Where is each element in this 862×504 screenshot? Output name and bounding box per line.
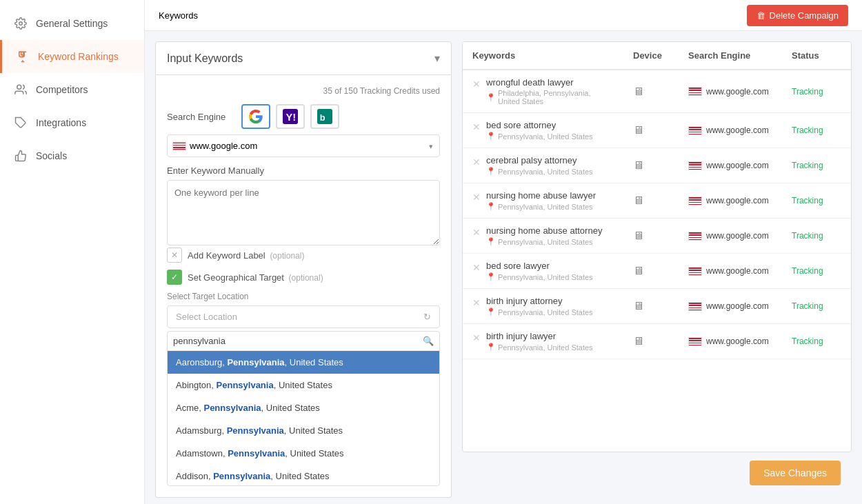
desktop-icon: 🖥	[633, 194, 644, 206]
keyword-location: 📍 Philadelphia, Pennsylvania, United Sta…	[486, 89, 614, 105]
bing-engine-button[interactable]: b	[310, 104, 339, 129]
remove-keyword-icon[interactable]: ✕	[472, 297, 481, 308]
flag-icon	[688, 267, 702, 276]
device-cell: 🖥	[623, 188, 679, 214]
dropdown-item-2[interactable]: Acme, Pennsylvania, United States	[168, 396, 439, 419]
engine-cell: www.google.com	[679, 154, 782, 177]
device-cell: 🖥	[623, 79, 679, 105]
keyword-textarea[interactable]	[167, 180, 440, 245]
location-search-input[interactable]	[173, 336, 419, 346]
sidebar-item-integrations[interactable]: Integrations	[0, 106, 144, 139]
gear-icon	[14, 17, 28, 30]
engine-cell: www.google.com	[679, 224, 782, 248]
keyword-location: 📍 Pennsylvania, United States	[486, 237, 602, 246]
sidebar-item-general-settings[interactable]: General Settings	[0, 7, 144, 40]
status-cell: Tracking	[782, 189, 851, 212]
svg-text:Y!: Y!	[286, 112, 297, 123]
flag-icon	[688, 337, 702, 346]
add-keyword-label-row: ✕ Add Keyword Label (optional)	[167, 248, 440, 263]
chevron-down-icon: ▾	[434, 52, 440, 65]
table-row: ✕ nursing home abuse attorney 📍 Pennsylv…	[463, 219, 851, 254]
remove-keyword-icon[interactable]: ✕	[472, 227, 481, 238]
device-cell: 🖥	[623, 328, 679, 354]
location-select-cursor-icon: ↻	[423, 312, 431, 322]
sidebar-item-label: Competitors	[36, 84, 88, 95]
keyword-cell: ✕ wrongful death lawyer 📍 Philadelphia, …	[463, 70, 623, 112]
remove-keyword-icon[interactable]: ✕	[472, 332, 481, 343]
content-area: Input Keywords ▾ 35 of 150 Tracking Cred…	[145, 31, 862, 504]
sidebar-item-socials[interactable]: Socials	[0, 139, 144, 172]
yahoo-engine-button[interactable]: Y!	[276, 104, 305, 129]
keyword-cell: ✕ nursing home abuse attorney 📍 Pennsylv…	[463, 219, 623, 253]
engine-cell: www.google.com	[679, 119, 782, 142]
dropdown-item-0[interactable]: Aaronsburg, Pennsylvania, United States	[168, 351, 439, 374]
dropdown-item-5[interactable]: Addison, Pennsylvania, United States	[168, 465, 439, 485]
sidebar-item-label: General Settings	[36, 18, 108, 29]
desktop-icon: 🖥	[633, 159, 644, 171]
keyword-name: nursing home abuse attorney	[486, 225, 602, 236]
bottom-actions: Save Changes	[462, 452, 852, 494]
keyword-location: 📍 Pennsylvania, United States	[486, 167, 593, 176]
enter-keyword-label: Enter Keyword Manually	[167, 165, 440, 176]
keyword-name: nursing home abuse lawyer	[486, 190, 596, 201]
add-keyword-label-toggle[interactable]: ✕	[167, 248, 182, 263]
desktop-icon: 🖥	[633, 124, 644, 136]
desktop-icon: 🖥	[633, 85, 644, 97]
keyword-name: birth injury lawyer	[486, 331, 593, 341]
remove-keyword-icon[interactable]: ✕	[472, 192, 481, 203]
status-cell: Tracking	[782, 119, 851, 142]
panel-header[interactable]: Input Keywords ▾	[155, 41, 452, 75]
keyword-location: 📍 Pennsylvania, United States	[486, 272, 593, 281]
status-cell: Tracking	[782, 259, 851, 283]
keyword-cell: ✕ birth injury lawyer 📍 Pennsylvania, Un…	[463, 324, 623, 359]
google-engine-button[interactable]	[241, 104, 270, 129]
search-icon[interactable]: 🔍	[423, 336, 434, 346]
main-content: Keywords 🗑 Delete Campaign Input Keyword…	[145, 0, 862, 504]
input-keywords-panel: Input Keywords ▾ 35 of 150 Tracking Cred…	[155, 41, 452, 494]
device-cell: 🖥	[623, 117, 679, 143]
geo-target-row: ✓ Set Geographical Target (optional)	[167, 270, 440, 285]
remove-keyword-icon[interactable]: ✕	[472, 262, 481, 273]
engine-cell: www.google.com	[679, 330, 782, 353]
keyword-location: 📍 Pennsylvania, United States	[486, 202, 596, 211]
status-cell: Tracking	[782, 330, 851, 353]
dropdown-item-4[interactable]: Adamstown, Pennsylvania, United States	[168, 442, 439, 465]
sidebar-item-label: Keyword Rankings	[38, 51, 119, 62]
table-row: ✕ bed sore lawyer 📍 Pennsylvania, United…	[463, 254, 851, 289]
sidebar: General Settings Keyword Rankings Compet…	[0, 0, 145, 504]
col-search-engine: Search Engine	[679, 42, 782, 69]
search-engine-url-select[interactable]: www.google.com	[167, 134, 440, 157]
geo-target-toggle[interactable]: ✓	[167, 270, 182, 285]
keyword-location: 📍 Pennsylvania, United States	[486, 343, 593, 352]
trash-icon: 🗑	[756, 10, 765, 21]
geo-optional: (optional)	[289, 273, 323, 283]
keyword-name: birth injury attorney	[486, 296, 593, 306]
table-row: ✕ wrongful death lawyer 📍 Philadelphia, …	[463, 70, 851, 113]
keyword-name: wrongful death lawyer	[486, 77, 614, 88]
topbar: Keywords 🗑 Delete Campaign	[145, 0, 862, 31]
delete-campaign-button[interactable]: 🗑 Delete Campaign	[747, 5, 848, 26]
remove-keyword-icon[interactable]: ✕	[472, 79, 481, 90]
keyword-cell: ✕ birth injury attorney 📍 Pennsylvania, …	[463, 289, 623, 323]
keyword-name: bed sore attorney	[486, 120, 593, 130]
sidebar-item-competitors[interactable]: Competitors	[0, 73, 144, 106]
keyword-cell: ✕ bed sore attorney 📍 Pennsylvania, Unit…	[463, 113, 623, 148]
dropdown-item-1[interactable]: Abington, Pennsylvania, United States	[168, 374, 439, 396]
dropdown-item-3[interactable]: Adamsburg, Pennsylvania, United States	[168, 419, 439, 442]
sidebar-item-keyword-rankings[interactable]: Keyword Rankings	[0, 40, 144, 73]
remove-keyword-icon[interactable]: ✕	[472, 157, 481, 168]
save-changes-button[interactable]: Save Changes	[750, 461, 841, 485]
remove-keyword-icon[interactable]: ✕	[472, 121, 481, 132]
keyword-location: 📍 Pennsylvania, United States	[486, 308, 593, 316]
engine-cell: www.google.com	[679, 80, 782, 103]
flag-icon	[688, 232, 702, 241]
table-row: ✕ nursing home abuse lawyer 📍 Pennsylvan…	[463, 183, 851, 219]
svg-point-3	[17, 85, 21, 89]
location-select-box[interactable]: Select Location ↻	[167, 305, 440, 328]
thumbs-up-icon	[14, 149, 28, 163]
keyword-name: cerebral palsy attorney	[486, 155, 593, 165]
location-dropdown: 🔍 Aaronsburg, Pennsylvania, United State…	[167, 331, 440, 486]
select-target-label: Select Target Location	[167, 292, 440, 301]
keyword-cell: ✕ bed sore lawyer 📍 Pennsylvania, United…	[463, 254, 623, 288]
sidebar-item-label: Integrations	[36, 117, 86, 128]
